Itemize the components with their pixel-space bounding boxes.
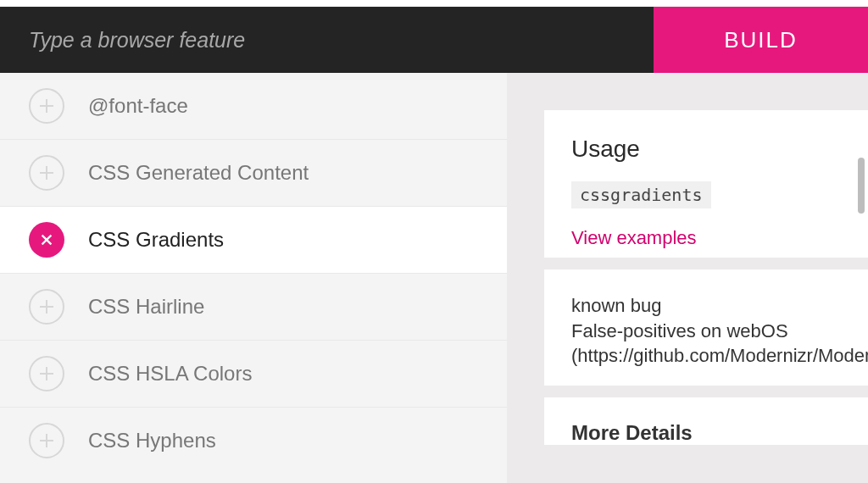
close-icon[interactable]: [29, 222, 64, 258]
usage-heading: Usage: [571, 136, 841, 163]
feature-label: CSS Hyphens: [88, 429, 216, 452]
search-input[interactable]: [0, 7, 654, 73]
known-bug-line2: (https://github.com/Modernizr/Moder: [571, 343, 841, 369]
top-bar: BUILD: [0, 7, 868, 73]
feature-label: CSS Hairline: [88, 295, 204, 319]
known-bug-section: known bug False-positives on webOS (http…: [544, 269, 868, 386]
feature-item-hairline[interactable]: CSS Hairline: [0, 274, 507, 341]
build-button[interactable]: BUILD: [654, 7, 868, 73]
plus-icon: [29, 155, 64, 191]
feature-item-gradients[interactable]: CSS Gradients: [0, 207, 507, 274]
feature-item-hyphens[interactable]: CSS Hyphens: [0, 408, 507, 474]
usage-code: cssgradients: [571, 181, 711, 208]
feature-list: @font-face CSS Generated Content CSS Gra…: [0, 73, 507, 483]
known-bug-heading: known bug: [571, 293, 841, 319]
scrollbar-thumb[interactable]: [858, 158, 865, 214]
view-examples-link[interactable]: View examples: [571, 227, 697, 248]
known-bug-line1: False-positives on webOS: [571, 319, 841, 344]
plus-icon: [29, 88, 64, 124]
feature-item-hsla[interactable]: CSS HSLA Colors: [0, 341, 507, 408]
more-details-section: More Details: [544, 397, 868, 445]
plus-icon: [29, 356, 64, 391]
plus-icon: [29, 423, 64, 458]
details-panel: Usage cssgradients View examples known b…: [544, 73, 868, 483]
feature-label: CSS HSLA Colors: [88, 362, 252, 386]
feature-label: CSS Generated Content: [88, 161, 309, 185]
main-content: @font-face CSS Generated Content CSS Gra…: [0, 73, 868, 483]
feature-label: @font-face: [88, 94, 188, 118]
feature-item-generated-content[interactable]: CSS Generated Content: [0, 140, 507, 207]
right-gutter: [507, 73, 544, 483]
feature-label: CSS Gradients: [88, 228, 224, 252]
more-details-heading: More Details: [571, 421, 841, 445]
plus-icon: [29, 289, 64, 325]
usage-section: Usage cssgradients View examples: [544, 110, 868, 258]
feature-item-font-face[interactable]: @font-face: [0, 73, 507, 140]
